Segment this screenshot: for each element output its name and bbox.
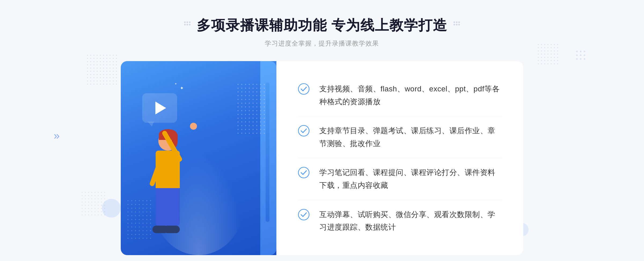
feature-text-3: 学习笔记回看、课程提问、课程评论打分、课件资料下载，重点内容收藏 (319, 166, 502, 192)
svg-point-14 (189, 24, 191, 25)
svg-point-11 (184, 24, 186, 25)
svg-point-18 (456, 24, 458, 25)
feature-text-1: 支持视频、音频、flash、word、excel、ppt、pdf等各种格式的资源… (319, 83, 502, 108)
header-decoration-right (453, 21, 461, 30)
svg-point-20 (458, 24, 460, 25)
svg-point-17 (453, 24, 455, 25)
svg-point-3 (576, 54, 578, 56)
page-container: » (0, 0, 644, 261)
check-icon-1 (298, 83, 310, 95)
play-bubble (142, 93, 177, 123)
svg-point-24 (298, 209, 309, 220)
feature-item-4: 互动弹幕、试听购买、微信分享、观看次数限制、学习进度跟踪、数据统计 (298, 200, 502, 242)
page-title: 多项录播课辅助功能 专为线上教学打造 (197, 16, 447, 35)
illustration-dots-top (236, 83, 268, 136)
svg-point-10 (186, 21, 188, 23)
svg-point-19 (458, 21, 460, 23)
svg-point-12 (186, 24, 188, 25)
play-triangle-icon (155, 102, 166, 114)
check-icon-3 (298, 167, 310, 178)
svg-point-13 (189, 21, 191, 23)
check-icon-4 (298, 209, 310, 221)
person-hand (190, 123, 197, 130)
svg-point-7 (580, 58, 581, 60)
feature-item-1: 支持视频、音频、flash、word、excel、ppt、pdf等各种格式的资源… (298, 74, 502, 116)
content-area: ✦ ✦ (121, 61, 523, 255)
svg-point-15 (453, 21, 455, 23)
svg-point-5 (584, 54, 585, 56)
svg-point-22 (298, 125, 309, 136)
header-decoration-left (183, 21, 191, 30)
svg-point-8 (584, 58, 585, 60)
circle-decoration-small (102, 199, 121, 218)
svg-point-23 (298, 167, 309, 178)
side-accent-bar (266, 83, 269, 222)
feature-item-2: 支持章节目录、弹题考试、课后练习、课后作业、章节测验、批改作业 (298, 116, 502, 158)
page-subtitle: 学习进度全掌握，提升录播课教学效果 (183, 39, 461, 48)
person-shoe-left (152, 226, 166, 233)
svg-point-6 (576, 58, 578, 60)
feature-text-2: 支持章节目录、弹题考试、课后练习、课后作业、章节测验、批改作业 (319, 124, 502, 150)
check-icon-2 (298, 125, 310, 137)
dots-grid-right (574, 49, 590, 67)
sparkle-icon: ✦ (180, 85, 184, 91)
person-shoe-right (166, 226, 180, 233)
svg-point-4 (580, 54, 581, 56)
person-pants (156, 188, 180, 226)
svg-point-9 (184, 21, 186, 23)
svg-point-2 (584, 51, 585, 52)
features-panel: 支持视频、音频、flash、word、excel、ppt、pdf等各种格式的资源… (276, 61, 523, 255)
dots-decoration-right (537, 43, 558, 64)
svg-point-16 (456, 21, 458, 23)
illustration-dots-bottom (126, 199, 153, 239)
feature-text-4: 互动弹幕、试听购买、微信分享、观看次数限制、学习进度跟踪、数据统计 (319, 208, 502, 234)
svg-point-0 (576, 51, 578, 52)
svg-point-1 (580, 51, 581, 52)
feature-item-3: 学习笔记回看、课程提问、课程评论打分、课件资料下载，重点内容收藏 (298, 158, 502, 200)
header-section: 多项录播课辅助功能 专为线上教学打造 学习进度全掌握，提升录播课教学效果 (183, 16, 461, 48)
arrow-left-icon: » (54, 129, 60, 141)
svg-point-21 (298, 84, 309, 94)
illustration-panel: ✦ ✦ (121, 61, 276, 255)
dots-decoration-left (86, 54, 118, 86)
sparkle2-icon: ✦ (174, 82, 177, 86)
